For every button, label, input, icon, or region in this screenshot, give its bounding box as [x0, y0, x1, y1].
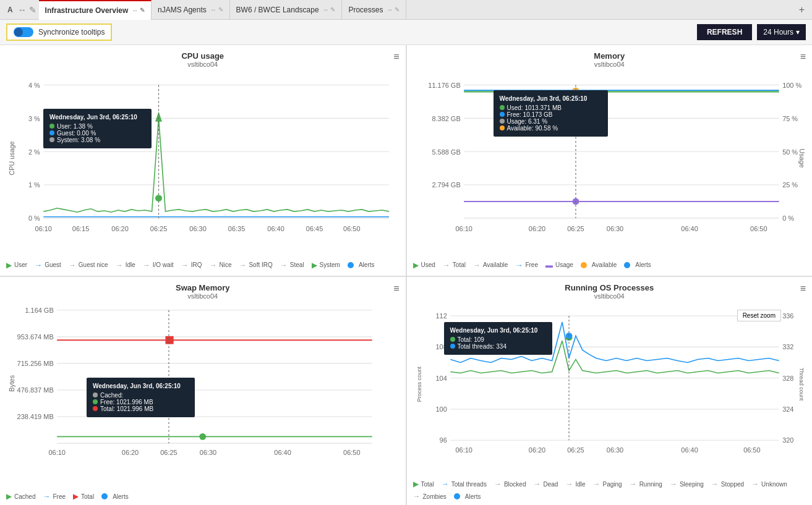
memory-line4: Available: 90.58 %	[500, 125, 602, 132]
swap-subtitle: vsltibco04	[6, 292, 400, 300]
legend-nice: →Nice	[209, 261, 231, 269]
svg-text:100 %: 100 %	[782, 82, 801, 89]
memory-title: Memory	[413, 51, 806, 61]
svg-text:06:50: 06:50	[343, 226, 360, 233]
cpu-tooltip-line1: User: 1.38 %	[49, 123, 145, 130]
processes-subtitle: vsltibco04	[413, 292, 806, 300]
legend-alerts-proc: Alerts	[454, 492, 481, 501]
processes-tooltip-title: Wednesday, Jun 3rd, 06:25:10	[450, 327, 546, 334]
legend-total-proc: ▶Total	[413, 480, 434, 488]
tab-nav-icons[interactable]: ↔ ✎	[18, 5, 36, 15]
swap-line3: Total: 1021.996 MB	[93, 405, 189, 412]
swap-tooltip: Wednesday, Jun 3rd, 06:25:10 Cached: Fre…	[87, 378, 195, 417]
svg-text:06:40: 06:40	[681, 226, 698, 233]
tab-bw6[interactable]: BW6 / BWCE Landscape ↔ ✎	[230, 0, 343, 20]
legend-system: ▶System	[312, 261, 340, 269]
svg-text:25 %: 25 %	[782, 181, 798, 189]
legend-alerts-cpu: Alerts	[348, 261, 375, 269]
time-dropdown[interactable]: 24 Hours ▾	[757, 24, 806, 40]
svg-text:06:25: 06:25	[567, 446, 584, 453]
svg-text:06:20: 06:20	[528, 446, 545, 453]
svg-text:06:15: 06:15	[72, 226, 89, 233]
svg-text:8.382 GB: 8.382 GB	[432, 115, 460, 122]
svg-text:06:40: 06:40	[681, 446, 698, 453]
cpu-subtitle: vsltibco04	[6, 61, 400, 68]
svg-text:3 %: 3 %	[28, 115, 40, 122]
add-tab-button[interactable]: +	[794, 4, 810, 15]
memory-line1: Used: 1013.371 MB	[500, 104, 602, 111]
svg-text:06:20: 06:20	[111, 226, 128, 233]
swap-line1: Cached:	[93, 392, 189, 399]
toolbar-right: REFRESH 24 Hours ▾	[697, 24, 806, 40]
legend-cached: ▶Cached	[6, 492, 35, 501]
cpu-tooltip-title: Wednesday, Jun 3rd, 06:25:10	[49, 114, 145, 121]
svg-text:320: 320	[782, 436, 793, 443]
processes-menu-icon[interactable]: ≡	[800, 283, 806, 294]
memory-tooltip: Wednesday, Jun 3rd, 06:25:10 Used: 1013.…	[494, 90, 608, 137]
svg-text:06:50: 06:50	[343, 449, 360, 456]
svg-text:06:35: 06:35	[228, 226, 245, 233]
svg-text:06:20: 06:20	[122, 449, 139, 456]
sync-tooltips-toggle[interactable]: Synchronize tooltips	[6, 23, 112, 41]
legend-free-swap: →Free	[43, 492, 66, 501]
main-grid: CPU usage vsltibco04 ≡ 4 % 3 % 2 % 1 % 0…	[0, 45, 812, 505]
processes-line2: Total threads: 334	[450, 343, 546, 350]
svg-text:06:40: 06:40	[267, 226, 284, 233]
swap-chart-wrapper: 1.164 GB 953.674 MB 715.256 MB 476.837 M…	[6, 303, 400, 490]
toggle-switch[interactable]	[14, 27, 33, 37]
svg-text:Usage: Usage	[798, 148, 805, 168]
cpu-menu-icon[interactable]: ≡	[393, 51, 399, 62]
cpu-chart-wrapper: 4 % 3 % 2 % 1 % 0 % CPU usage	[6, 72, 400, 258]
svg-text:06:10: 06:10	[48, 449, 65, 456]
swap-menu-icon[interactable]: ≡	[393, 283, 399, 294]
memory-line2: Free: 10.173 GB	[500, 111, 602, 118]
tab-infrastructure[interactable]: Infrastructure Overview ↔ ✎	[39, 0, 152, 20]
svg-text:96: 96	[439, 436, 447, 443]
legend-guest: →Guest	[35, 261, 61, 269]
legend-idle: →Idle	[116, 261, 135, 269]
svg-text:953.674 MB: 953.674 MB	[17, 333, 54, 341]
memory-menu-icon[interactable]: ≡	[800, 51, 806, 62]
svg-text:Thread count: Thread count	[798, 368, 805, 401]
legend-iowait: →I/O wait	[143, 261, 174, 269]
processes-line1: Total: 109	[450, 336, 546, 343]
memory-chart-svg: 11.176 GB 8.382 GB 5.588 GB 2.794 GB 100…	[413, 72, 806, 258]
legend-softirq: →Soft IRQ	[239, 261, 272, 269]
legend-sleeping: →Sleeping	[670, 480, 704, 488]
svg-text:4 %: 4 %	[28, 82, 40, 89]
reset-zoom-button[interactable]: Reset zoom	[737, 310, 781, 321]
svg-text:06:25: 06:25	[160, 449, 177, 456]
svg-text:06:30: 06:30	[606, 446, 623, 453]
svg-text:5.588 GB: 5.588 GB	[432, 148, 460, 156]
refresh-button[interactable]: REFRESH	[697, 24, 752, 40]
svg-text:06:10: 06:10	[455, 226, 472, 233]
svg-text:06:10: 06:10	[35, 226, 52, 233]
svg-text:100: 100	[435, 405, 447, 412]
svg-text:06:30: 06:30	[189, 226, 206, 233]
legend-available-orange: Available	[581, 261, 617, 269]
cpu-panel: CPU usage vsltibco04 ≡ 4 % 3 % 2 % 1 % 0…	[0, 45, 406, 276]
legend-total-threads: →Total threads	[442, 480, 487, 488]
sync-tooltips-label: Synchronize tooltips	[38, 28, 105, 36]
swap-tooltip-title: Wednesday, Jun 3rd, 06:25:10	[93, 383, 189, 389]
svg-text:06:40: 06:40	[274, 449, 291, 456]
memory-line3: Usage: 6.31 %	[500, 118, 602, 125]
processes-panel: Running OS Processes vsltibco04 ≡ Reset …	[407, 277, 813, 506]
legend-used: ▶Used	[413, 261, 435, 269]
tab-processes[interactable]: Processes ↔ ✎	[342, 0, 406, 20]
legend-running: →Running	[630, 480, 662, 488]
tab-bar: A ↔ ✎ Infrastructure Overview ↔ ✎ nJAMS …	[0, 0, 812, 20]
svg-text:06:30: 06:30	[200, 449, 216, 456]
memory-subtitle: vsltibco04	[413, 61, 806, 68]
toolbar: Synchronize tooltips REFRESH 24 Hours ▾	[0, 20, 812, 45]
tab-njams[interactable]: nJAMS Agents ↔ ✎	[152, 0, 230, 20]
legend-total-swap: ▶Total	[73, 492, 94, 501]
svg-text:CPU usage: CPU usage	[8, 141, 15, 175]
legend-blocked: →Blocked	[494, 480, 526, 488]
svg-text:50 %: 50 %	[782, 148, 798, 156]
swap-legend: ▶Cached →Free ▶Total Alerts	[6, 492, 400, 501]
legend-free: →Free	[515, 261, 538, 269]
legend-unknown: →Unknown	[751, 480, 787, 488]
processes-legend: ▶Total →Total threads →Blocked →Dead →Id…	[413, 480, 806, 501]
legend-usage: ▬Usage	[545, 261, 573, 269]
